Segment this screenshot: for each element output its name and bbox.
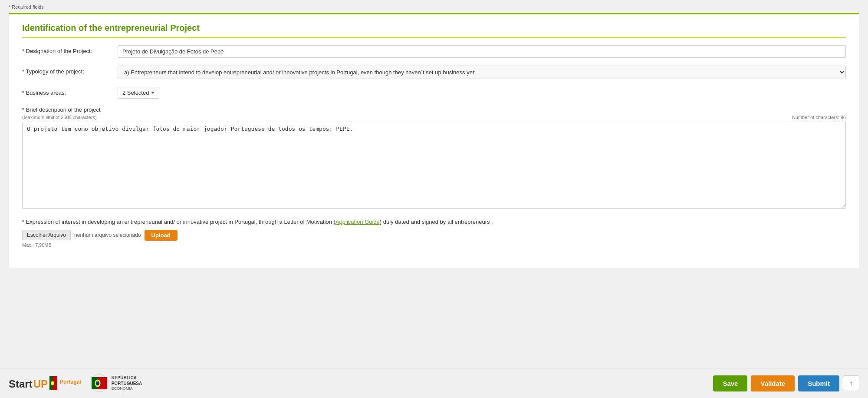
- upload-button[interactable]: Upload: [145, 230, 178, 241]
- business-areas-label: * Business areas:: [22, 87, 118, 96]
- save-button[interactable]: Save: [713, 375, 747, 391]
- char-limit-note: (Maximum limit of 2500 characters): [22, 115, 97, 120]
- republica-line3: ECONOMIA: [112, 386, 142, 391]
- form-card: Identification of the entrepreneurial Pr…: [9, 13, 859, 268]
- file-choose-button[interactable]: Escolher Arquivo: [22, 230, 71, 240]
- svg-point-2: [51, 381, 54, 385]
- typology-row: * Typology of the project: a) Entreprene…: [22, 66, 846, 79]
- republica-text: REPÚBLICA PORTUGUESA ECONOMIA: [112, 375, 142, 391]
- description-label: * Brief description of the project: [22, 106, 846, 113]
- svg-rect-8: [96, 381, 99, 385]
- startup-start-text: Start: [9, 378, 33, 390]
- typology-label: * Typology of the project:: [22, 66, 118, 75]
- business-areas-multiselect[interactable]: 2 Selected: [118, 87, 159, 99]
- description-section: * Brief description of the project (Maxi…: [22, 106, 846, 210]
- republica-line1: REPÚBLICA: [112, 375, 142, 381]
- designation-row: * Designation of the Project:: [22, 45, 846, 58]
- republica-line2: PORTUGUESA: [112, 381, 142, 386]
- no-file-text: nenhum arquivo selecionado: [74, 232, 141, 238]
- footer-logos: StartUP Portugal RE: [9, 374, 142, 393]
- chevron-down-icon: [151, 92, 155, 94]
- startup-country-text: Portugal: [60, 379, 81, 385]
- action-buttons: Save Validate Submit ↑: [713, 375, 859, 391]
- char-count: Number of characters: 96: [792, 115, 846, 120]
- typology-select[interactable]: a) Entrepreneurs that intend to develop …: [118, 66, 846, 79]
- upload-label: * Expression of interest in developing a…: [22, 218, 846, 226]
- validate-button[interactable]: Validate: [751, 375, 795, 391]
- upload-label-prefix: * Expression of interest in developing a…: [22, 219, 335, 225]
- upload-controls: Escolher Arquivo nenhum arquivo selecion…: [22, 230, 846, 241]
- republica-logo: REPÚBLICA PORTUGUESA ECONOMIA: [90, 374, 142, 393]
- section-title: Identification of the entrepreneurial Pr…: [22, 23, 846, 38]
- startup-logo: StartUP Portugal: [9, 376, 81, 390]
- scroll-top-button[interactable]: ↑: [843, 375, 859, 391]
- footer: StartUP Portugal RE: [0, 368, 868, 398]
- description-textarea[interactable]: O projeto tem como objetivo divulgar fot…: [22, 122, 846, 209]
- startup-up-text: UP: [33, 378, 48, 390]
- submit-button[interactable]: Submit: [798, 375, 839, 391]
- upload-label-suffix: ) duly dated and signed by all entrepren…: [380, 219, 493, 225]
- designation-input[interactable]: [118, 45, 846, 58]
- business-areas-row: * Business areas: 2 Selected: [22, 87, 846, 99]
- max-size-note: Max.: 7,90MB: [22, 242, 846, 248]
- business-areas-value: 2 Selected: [122, 90, 149, 96]
- portugal-flag-icon: [49, 376, 57, 390]
- char-limit-row: (Maximum limit of 2500 characters) Numbe…: [22, 115, 846, 120]
- upload-section: * Expression of interest in developing a…: [22, 218, 846, 248]
- application-guide-link[interactable]: Application Guide: [335, 219, 380, 225]
- required-note: * Required fields: [9, 4, 859, 10]
- republica-emblem-icon: [90, 374, 109, 393]
- designation-label: * Designation of the Project:: [22, 45, 118, 54]
